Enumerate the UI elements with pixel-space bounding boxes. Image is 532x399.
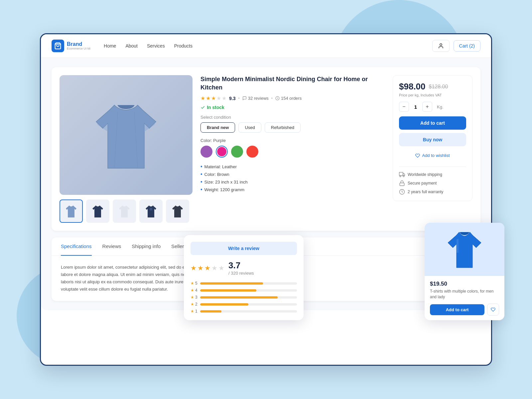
bar-2: ★ 2 <box>191 302 297 307</box>
nav-products[interactable]: Products <box>174 43 193 49</box>
rev-star-3: ★ <box>204 264 210 272</box>
stars: ★ ★ ★ ★ ★ <box>200 95 226 101</box>
bar-4: ★ 4 <box>191 288 297 293</box>
bar-1: ★ 1 <box>191 309 297 314</box>
star-5: ★ <box>222 95 226 101</box>
price-current: $98.00 <box>399 81 426 92</box>
brand-sub: Ecommerce UI kit <box>67 47 90 50</box>
review-count-label: / 320 reviews <box>228 271 254 276</box>
trust-warranty: 2 years full warranty <box>399 189 466 195</box>
review-summary: ★ ★ ★ ★ ★ 3.7 / 320 reviews <box>191 260 297 276</box>
condition-refurbished[interactable]: Refurbished <box>265 122 301 133</box>
condition-row: Brand new Used Refurbished <box>200 122 381 133</box>
specs-list: Material: Leather Color: Brown Size: 23 … <box>200 164 381 193</box>
nav-services[interactable]: Services <box>147 43 165 49</box>
price-row: $98.00 $128.00 <box>399 81 466 92</box>
svg-rect-6 <box>399 172 403 176</box>
qty-minus[interactable]: − <box>399 102 409 112</box>
svg-point-4 <box>150 208 152 210</box>
thumbnail-3[interactable] <box>113 200 136 223</box>
wishlist-button[interactable]: Add to wishlist <box>399 150 466 161</box>
color-label: Color: Purple <box>200 138 381 143</box>
review-stars: ★ ★ ★ ★ ★ <box>191 264 224 272</box>
brand-name: Brand <box>67 42 90 47</box>
purchase-column: $98.00 $128.00 Price per kg, Includes VA… <box>393 75 472 223</box>
qty-value: 1 <box>412 104 419 110</box>
tab-shipping[interactable]: Shipping info <box>132 237 161 256</box>
svg-point-1 <box>440 44 442 46</box>
tab-specifications[interactable]: Specifications <box>61 237 92 256</box>
qty-unit: Kg. <box>437 104 444 109</box>
qty-row: − 1 + Kg. <box>399 102 466 112</box>
trust-list: Worldwide shipping Secure payment 2 year… <box>399 167 466 195</box>
svg-marker-7 <box>403 174 405 176</box>
trust-shipping: Worldwide shipping <box>399 172 466 178</box>
brand-icon <box>52 40 64 52</box>
card-body: $19.50 T-shirts with multiple colors, fo… <box>425 276 504 321</box>
color-purple[interactable] <box>200 146 212 158</box>
condition-used[interactable]: Used <box>238 122 261 133</box>
main-product-image <box>60 75 193 195</box>
star-4: ★ <box>216 95 221 101</box>
cart-button[interactable]: Cart (2) <box>454 40 480 52</box>
add-to-cart-button[interactable]: Add to cart <box>399 116 466 130</box>
rating-row: ★ ★ ★ ★ ★ 9.3 • 32 reviews • <box>200 95 381 101</box>
color-row <box>200 146 381 158</box>
write-review-button[interactable]: Write a review <box>191 242 297 255</box>
nav-links: Home About Services Products <box>104 43 432 49</box>
bar-3: ★ 3 <box>191 295 297 300</box>
navbar: Brand Ecommerce UI kit Home About Servic… <box>41 34 491 58</box>
in-stock-badge: In stock <box>200 105 381 110</box>
color-pink[interactable] <box>216 146 228 158</box>
order-count: 154 orders <box>275 96 302 101</box>
svg-point-9 <box>403 176 404 177</box>
card-actions: Add to cart <box>430 304 499 316</box>
product-section: Simple Modern Minimalist Nordic Dining C… <box>52 67 480 231</box>
price-note: Price per kg, Includes VAT <box>399 93 466 97</box>
review-popup: Write a review ★ ★ ★ ★ ★ 3.7 / 320 revie… <box>184 235 304 320</box>
card-desc: T-shirts with multiple colors, for men a… <box>430 289 499 300</box>
thumbnail-4[interactable] <box>139 200 163 223</box>
spec-material: Material: Leather <box>200 164 381 170</box>
condition-brand-new[interactable]: Brand new <box>200 122 235 133</box>
star-3: ★ <box>211 95 216 101</box>
browser-window: Brand Ecommerce UI kit Home About Servic… <box>40 33 492 366</box>
card-wishlist-button[interactable] <box>487 304 499 316</box>
spec-weight: Weight: 1200 gramm <box>200 187 381 193</box>
card-add-to-cart-button[interactable]: Add to cart <box>430 304 484 315</box>
rating-bars: ★ 5 ★ 4 ★ 3 ★ 2 ★ 1 <box>191 281 297 314</box>
price-box: $98.00 $128.00 Price per kg, Includes VA… <box>393 75 472 201</box>
nav-actions: Cart (2) <box>432 40 480 52</box>
rev-star-4: ★ <box>211 264 217 272</box>
card-price: $19.50 <box>430 281 499 287</box>
spec-size: Size: 23 inch x 31 inch <box>200 179 381 185</box>
svg-rect-10 <box>400 183 404 186</box>
spec-color: Color: Brown <box>200 171 381 177</box>
tab-reviews[interactable]: Reviews <box>102 237 121 256</box>
condition-label: Select condition <box>200 115 381 120</box>
thumbnail-row <box>60 200 193 223</box>
card-image <box>425 223 504 276</box>
buy-now-button[interactable]: Buy now <box>399 133 466 146</box>
thumbnail-1[interactable] <box>60 200 83 223</box>
image-column <box>60 75 193 223</box>
nav-home[interactable]: Home <box>104 43 116 49</box>
trust-payment: Secure payment <box>399 180 466 186</box>
qty-plus[interactable]: + <box>422 102 432 112</box>
review-rating-num: 3.7 <box>228 260 254 271</box>
price-original: $128.00 <box>429 84 448 90</box>
color-red[interactable] <box>246 146 258 158</box>
rev-star-2: ★ <box>198 264 203 272</box>
thumbnail-2[interactable] <box>86 200 109 223</box>
nav-about[interactable]: About <box>125 43 138 49</box>
color-green[interactable] <box>231 146 243 158</box>
rating-num: 9.3 <box>229 96 235 101</box>
thumbnail-5[interactable] <box>166 200 189 223</box>
product-title: Simple Modern Minimalist Nordic Dining C… <box>200 75 381 92</box>
info-column: Simple Modern Minimalist Nordic Dining C… <box>200 75 385 223</box>
main-content: Simple Modern Minimalist Nordic Dining C… <box>41 58 491 310</box>
star-1: ★ <box>200 95 205 101</box>
user-button[interactable] <box>432 40 450 52</box>
product-card-popup: $19.50 T-shirts with multiple colors, fo… <box>425 223 504 321</box>
star-2: ★ <box>206 95 210 101</box>
